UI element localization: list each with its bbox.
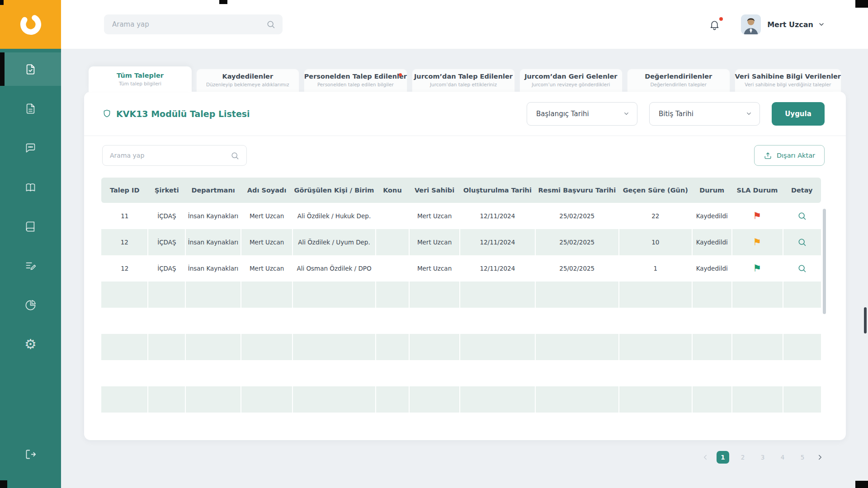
cell-adi-soyadi: Mert Uzcan xyxy=(241,255,293,282)
cell-gorusulen: Ali Özdilek / Hukuk Dep. xyxy=(292,203,375,229)
tab-jurcomdan-talep-edilenler[interactable]: Jurcom’dan Talep Edilenler Jurcom’dan ta… xyxy=(412,69,515,92)
end-date-select[interactable]: Bitiş Tarihi xyxy=(649,102,760,126)
sla-flag-icon xyxy=(753,266,762,273)
global-search-input[interactable] xyxy=(104,20,266,28)
empty-cell xyxy=(535,308,619,334)
pie-chart-icon xyxy=(24,299,37,311)
tab-jurcomdan-geri-gelenler[interactable]: Jurcom’dan Geri Gelenler Jurcom’un reviz… xyxy=(519,69,623,92)
tab-kaydedilenler[interactable]: Kaydedilenler Düzenleyip beklemeye aldık… xyxy=(196,69,299,92)
empty-cell xyxy=(101,282,148,308)
sidebar-item-messages[interactable] xyxy=(0,131,61,164)
empty-cell xyxy=(185,334,241,360)
table-search-input[interactable] xyxy=(103,152,231,159)
table-empty-row xyxy=(101,308,821,334)
export-button[interactable]: Dışarı Aktar xyxy=(754,145,825,166)
table-scrollbar[interactable] xyxy=(823,209,826,314)
window-scrollbar-thumb[interactable] xyxy=(864,307,867,333)
chevron-left-icon xyxy=(701,453,709,461)
open-book-icon xyxy=(24,181,37,193)
empty-cell xyxy=(101,413,148,439)
cell-durum: Kaydedildi xyxy=(692,255,732,282)
page-button-3[interactable]: 3 xyxy=(756,451,769,464)
sidebar-item-guide[interactable] xyxy=(0,170,61,204)
empty-cell xyxy=(148,282,185,308)
empty-cell xyxy=(376,282,410,308)
tab-bar: Tüm Talepler Tüm talep bilgileri Kaydedi… xyxy=(84,66,846,92)
empty-cell xyxy=(619,334,692,360)
column-header: Konu xyxy=(376,178,410,203)
empty-cell xyxy=(185,308,241,334)
global-search[interactable] xyxy=(104,14,283,34)
empty-cell xyxy=(409,334,459,360)
empty-cell xyxy=(292,360,375,386)
empty-cell xyxy=(692,334,732,360)
page-button-5[interactable]: 5 xyxy=(796,451,809,464)
empty-cell xyxy=(460,282,535,308)
tab-personelden-talep-edilenler[interactable]: Personelden Talep Edilenler Personelden … xyxy=(304,69,407,92)
empty-cell xyxy=(292,308,375,334)
filters: Başlangıç Tarihi Bitiş Tarihi Uygula xyxy=(527,102,825,126)
table-wrap: Talep ID Şirketi Departmanı Adı Soyadı G… xyxy=(84,166,846,439)
table-row: 12 İÇDAŞ İnsan Kaynakları Mert Uzcan Ali… xyxy=(101,229,821,255)
detail-button[interactable] xyxy=(797,264,807,273)
tab-degerlendirilenler[interactable]: Değerlendirilenler Değerlendirilen talep… xyxy=(627,69,730,92)
column-header: Departmanı xyxy=(185,178,241,203)
empty-cell xyxy=(732,386,783,413)
sidebar-item-documents[interactable] xyxy=(0,92,61,125)
empty-cell xyxy=(535,360,619,386)
empty-cell xyxy=(148,360,185,386)
empty-cell xyxy=(292,334,375,360)
topbar: Mert Uzcan xyxy=(61,0,868,49)
cell-detay xyxy=(783,229,821,255)
notifications-button[interactable] xyxy=(709,19,720,30)
tab-subtitle: Değerlendirilen talepler xyxy=(627,82,730,87)
tab-subtitle: Jurcom’un revizeye gönderdikleri xyxy=(520,82,622,87)
empty-cell xyxy=(535,413,619,439)
empty-cell xyxy=(101,308,148,334)
table-empty-row xyxy=(101,360,821,386)
table-search[interactable] xyxy=(102,145,247,166)
sidebar-item-settings[interactable]: ⚙ xyxy=(0,328,61,361)
detail-button[interactable] xyxy=(797,238,807,247)
cell-sirketi: İÇDAŞ xyxy=(148,229,185,255)
sidebar-item-reports[interactable] xyxy=(0,288,61,322)
request-table-body: 11 İÇDAŞ İnsan Kaynakları Mert Uzcan Ali… xyxy=(101,203,821,439)
column-header: SLA Durum xyxy=(732,178,783,203)
cell-gecen-sure: 1 xyxy=(619,255,692,282)
page-button-4[interactable]: 4 xyxy=(776,451,789,464)
empty-cell xyxy=(185,386,241,413)
sidebar-item-requests[interactable] xyxy=(0,52,61,86)
page-button-1[interactable]: 1 xyxy=(717,451,729,464)
request-table: Talep ID Şirketi Departmanı Adı Soyadı G… xyxy=(101,178,821,439)
app-logo[interactable] xyxy=(0,0,61,49)
empty-cell xyxy=(692,386,732,413)
page-button-2[interactable]: 2 xyxy=(736,451,749,464)
tab-title: Jurcom’dan Talep Edilenler xyxy=(412,73,514,80)
card-header: KVK13 Modülü Talep Listesi Başlangıç Tar… xyxy=(84,92,846,136)
cell-detay xyxy=(783,203,821,229)
next-page-button[interactable] xyxy=(816,453,824,461)
tab-tum-talepler[interactable]: Tüm Talepler Tüm talep bilgileri xyxy=(89,66,192,92)
book-icon xyxy=(24,221,37,233)
tab-title: Tüm Talepler xyxy=(89,72,191,79)
tab-title: Personelden Talep Edilenler xyxy=(304,73,407,80)
cell-durum: Kaydedildi xyxy=(692,229,732,255)
empty-cell xyxy=(692,413,732,439)
tab-veri-sahibine-bilgi-verilenler[interactable]: Veri Sahibine Bilgi Verilenler Veri sahi… xyxy=(735,69,841,92)
empty-cell xyxy=(241,413,293,439)
cell-konu xyxy=(376,255,410,282)
gear-icon: ⚙ xyxy=(24,338,37,351)
start-date-select[interactable]: Başlangıç Tarihi xyxy=(527,102,637,126)
sidebar-item-tasks[interactable] xyxy=(0,249,61,282)
logout-button[interactable] xyxy=(0,437,61,471)
empty-cell xyxy=(409,413,459,439)
chevron-down-icon[interactable] xyxy=(818,21,825,28)
empty-cell xyxy=(292,282,375,308)
cell-veri-sahibi: Mert Uzcan xyxy=(409,255,459,282)
avatar[interactable] xyxy=(741,14,761,34)
prev-page-button[interactable] xyxy=(701,453,709,461)
detail-button[interactable] xyxy=(797,211,807,221)
apply-button[interactable]: Uygula xyxy=(772,102,825,126)
sla-flag-icon xyxy=(753,239,762,247)
sidebar-item-library[interactable] xyxy=(0,210,61,243)
